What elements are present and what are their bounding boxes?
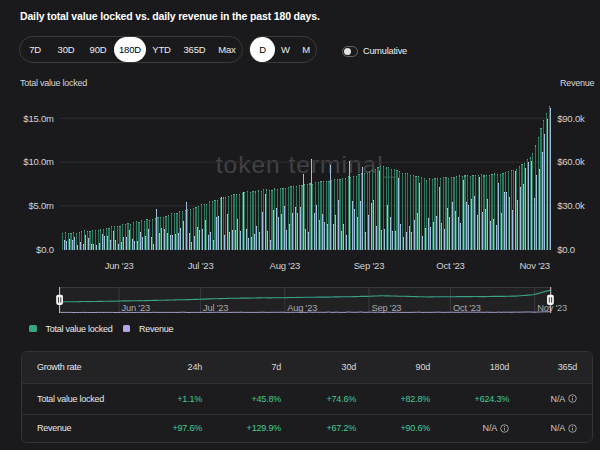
svg-text:$10.0m: $10.0m xyxy=(23,156,54,167)
svg-text:Sep '23: Sep '23 xyxy=(354,260,385,271)
svg-text:$5.0m: $5.0m xyxy=(28,200,54,211)
svg-text:$15.0m: $15.0m xyxy=(23,113,54,124)
svg-text:Oct '23: Oct '23 xyxy=(436,260,464,271)
svg-text:$0.0: $0.0 xyxy=(557,244,575,255)
svg-text:Aug '23: Aug '23 xyxy=(270,260,301,271)
svg-text:Jul '23: Jul '23 xyxy=(203,303,228,313)
svg-text:Sep '23: Sep '23 xyxy=(372,303,402,313)
svg-text:$30.0k: $30.0k xyxy=(557,200,585,211)
svg-text:Aug '23: Aug '23 xyxy=(287,303,317,313)
svg-text:Jun '23: Jun '23 xyxy=(122,303,150,313)
svg-text:Jun '23: Jun '23 xyxy=(105,260,134,271)
svg-text:$90.0k: $90.0k xyxy=(557,113,585,124)
svg-text:token terminal_: token terminal_ xyxy=(216,151,399,178)
svg-text:$60.0k: $60.0k xyxy=(557,156,585,167)
svg-text:$0.0: $0.0 xyxy=(36,244,54,255)
svg-text:Oct '23: Oct '23 xyxy=(453,303,481,313)
svg-text:Nov '23: Nov '23 xyxy=(519,260,550,271)
svg-text:Jul '23: Jul '23 xyxy=(188,260,214,271)
